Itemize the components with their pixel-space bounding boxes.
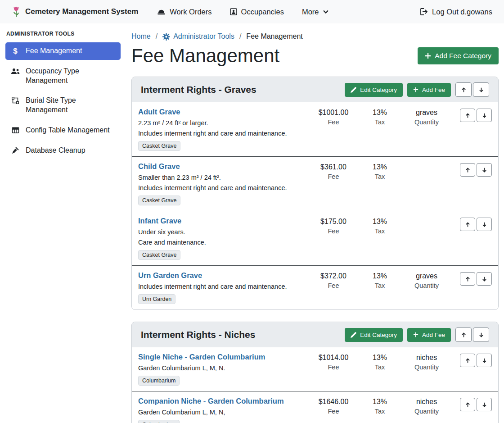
- quantity-label: Quantity: [400, 282, 454, 289]
- sidebar-item-label: Config Table Management: [26, 126, 110, 135]
- move-fee-up-button[interactable]: [460, 354, 475, 367]
- breadcrumb: Home / Administrator Tools / Fee Managem…: [131, 32, 499, 41]
- fee-amount: $1646.00: [307, 398, 360, 406]
- move-fee-up-button[interactable]: [460, 109, 475, 122]
- plus-icon: [413, 332, 418, 337]
- nav-work-orders[interactable]: Work Orders: [157, 8, 212, 16]
- fee-description-line: Garden Columbarium L, M, N,: [138, 409, 302, 416]
- move-fee-up-button[interactable]: [460, 218, 475, 231]
- move-category-down-button[interactable]: [473, 327, 489, 342]
- app-brand[interactable]: Cemetery Management System: [12, 5, 138, 18]
- main-navigation: Work Orders Occupancies More: [157, 8, 328, 16]
- category-header: Interment Rights - Graves Edit Category …: [132, 77, 498, 102]
- nav-work-orders-label: Work Orders: [170, 8, 212, 16]
- fee-name-link[interactable]: Urn Garden Grave: [138, 271, 202, 280]
- move-fee-down-button[interactable]: [477, 109, 492, 122]
- fee-amount-label: Fee: [307, 118, 360, 126]
- tax-label: Tax: [360, 364, 400, 371]
- nav-occupancies-label: Occupancies: [241, 8, 284, 16]
- edit-category-label: Edit Category: [360, 332, 397, 338]
- move-fee-up-button[interactable]: [460, 272, 475, 286]
- breadcrumb-separator: /: [239, 32, 241, 41]
- add-fee-button[interactable]: Add Fee: [407, 83, 451, 97]
- move-fee-down-button[interactable]: [477, 272, 492, 286]
- sidebar-item-label: Burial Site Type Management: [26, 96, 115, 115]
- add-fee-category-label: Add Fee Category: [435, 52, 491, 60]
- arrow-up-icon: [465, 222, 471, 227]
- arrow-up-icon: [461, 332, 467, 338]
- move-category-down-button[interactable]: [473, 82, 489, 97]
- move-fee-up-button[interactable]: [460, 163, 475, 177]
- tax-value: 13%: [360, 354, 400, 362]
- sidebar-item-label: Fee Management: [26, 46, 82, 56]
- category-actions: Edit Category Add Fee: [345, 82, 489, 97]
- category-actions: Edit Category Add Fee: [345, 327, 489, 342]
- breadcrumb-home[interactable]: Home: [131, 32, 151, 41]
- category-reorder-buttons: [455, 327, 489, 342]
- fee-reorder-buttons: [460, 217, 492, 231]
- fee-row: Single Niche - Garden Columbarium Garden…: [132, 347, 498, 391]
- quantity-label: Quantity: [400, 364, 454, 371]
- fee-name-link[interactable]: Companion Niche - Garden Columbarium: [138, 397, 284, 405]
- fee-amount-label: Fee: [307, 282, 360, 289]
- fee-row: Child Grave Smaller than 2.23 m² / 24 ft…: [132, 156, 498, 211]
- fee-name-link[interactable]: Single Niche - Garden Columbarium: [138, 353, 265, 361]
- logout-button[interactable]: Log Out d.gowans: [420, 8, 492, 16]
- fee-name-link[interactable]: Infant Grave: [138, 217, 181, 225]
- arrow-up-icon: [465, 358, 471, 364]
- arrow-down-icon: [482, 113, 487, 118]
- gear-icon: [162, 33, 170, 41]
- tax-value: 13%: [360, 218, 400, 226]
- fee-reorder-buttons: [460, 271, 492, 286]
- tax-column: 13% Tax: [360, 108, 400, 126]
- occupant-icon: [230, 8, 237, 15]
- main-content: Home / Administrator Tools / Fee Managem…: [126, 23, 504, 423]
- tax-column: 13% Tax: [360, 162, 400, 180]
- breadcrumb-admin-tools[interactable]: Administrator Tools: [162, 32, 234, 41]
- nav-more-label: More: [302, 8, 319, 16]
- hard-hat-icon: [157, 8, 166, 16]
- arrow-down-icon: [478, 332, 484, 338]
- category-card: Interment Rights - Graves Edit Category …: [131, 77, 499, 310]
- sidebar-item-label: Occupancy Type Management: [26, 67, 115, 86]
- move-category-up-button[interactable]: [455, 327, 472, 342]
- edit-category-button[interactable]: Edit Category: [345, 328, 403, 342]
- fee-name-link[interactable]: Adult Grave: [138, 108, 180, 116]
- sidebar-item-fee-management[interactable]: $ Fee Management: [5, 42, 121, 60]
- fee-name-link[interactable]: Child Grave: [138, 162, 180, 171]
- sidebar-item-label: Database Cleanup: [26, 146, 86, 155]
- fee-type-badge: Columbarium: [138, 420, 180, 423]
- sidebar-item-burial-site-type-management[interactable]: Burial Site Type Management: [5, 92, 121, 119]
- move-fee-down-button[interactable]: [477, 354, 492, 367]
- add-fee-button[interactable]: Add Fee: [407, 328, 451, 342]
- fee-reorder-buttons: [460, 397, 492, 411]
- page-title: Fee Management: [131, 45, 279, 67]
- move-category-up-button[interactable]: [455, 82, 472, 97]
- sidebar-item-config-table-management[interactable]: Config Table Management: [5, 122, 121, 139]
- move-fee-down-button[interactable]: [477, 163, 492, 177]
- nav-occupancies[interactable]: Occupancies: [230, 8, 284, 16]
- edit-category-button[interactable]: Edit Category: [345, 83, 403, 97]
- fee-reorder-buttons: [460, 108, 492, 122]
- people-icon: [11, 68, 20, 75]
- move-fee-down-button[interactable]: [477, 218, 492, 231]
- tax-label: Tax: [360, 282, 400, 289]
- nav-more[interactable]: More: [302, 8, 328, 16]
- add-fee-category-button[interactable]: Add Fee Category: [418, 47, 499, 64]
- fee-description-line: 2.23 m² / 24 ft² or larger.: [138, 119, 302, 127]
- move-fee-up-button[interactable]: [460, 398, 475, 411]
- tax-column: 13% Tax: [360, 353, 400, 371]
- arrow-up-icon: [465, 167, 471, 173]
- tax-column: 13% Tax: [360, 271, 400, 289]
- fee-amount-column: $1014.00 Fee: [307, 353, 360, 371]
- sidebar-item-occupancy-type-management[interactable]: Occupancy Type Management: [5, 63, 121, 90]
- tax-column: 13% Tax: [360, 397, 400, 415]
- sidebar-item-database-cleanup[interactable]: Database Cleanup: [5, 142, 121, 159]
- add-fee-label: Add Fee: [422, 86, 445, 93]
- fee-type-badge: Casket Grave: [138, 141, 180, 151]
- arrow-down-icon: [482, 402, 487, 408]
- fee-amount-column: $1646.00 Fee: [307, 397, 360, 415]
- fee-type-badge: Columbarium: [138, 376, 180, 386]
- move-fee-down-button[interactable]: [477, 398, 492, 411]
- tax-value: 13%: [360, 272, 400, 280]
